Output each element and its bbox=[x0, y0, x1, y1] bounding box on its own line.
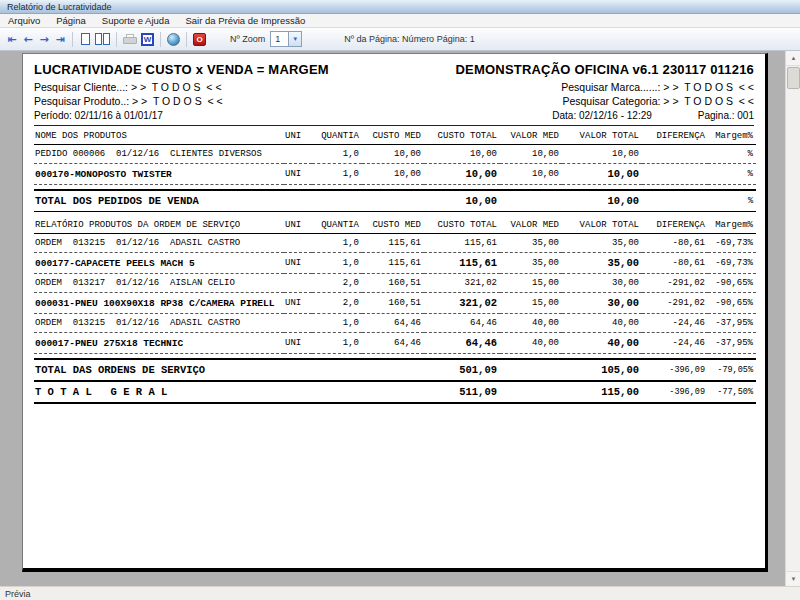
cell-uni: UNI bbox=[284, 293, 312, 314]
scroll-down-icon[interactable]: ▼ bbox=[786, 571, 800, 586]
column-header: VALOR MED bbox=[500, 128, 562, 145]
total-row: TOTAL DOS PEDIDOS DE VENDA10,0010,00% bbox=[34, 190, 756, 212]
toolbar: ⇤ ← → ⇥ W O Nº Zoom 1 ▼ Nº da Página: Nú… bbox=[0, 28, 800, 51]
cell-diferenca: -80,61 bbox=[642, 253, 708, 274]
column-header: VALOR TOTAL bbox=[562, 217, 642, 234]
menu-item-suporte[interactable]: Suporte e Ajuda bbox=[102, 15, 170, 26]
cell-custo-med: 115,61 bbox=[362, 234, 424, 253]
cell-valor-total: 35,00 bbox=[562, 234, 642, 253]
table-header-row: RELATÓRIO PRODUTOS DA ORDEM DE SERVIÇOUN… bbox=[34, 217, 756, 234]
menu-item-pagina[interactable]: Página bbox=[56, 15, 86, 26]
cell-valor-total: 30,00 bbox=[562, 293, 642, 314]
cell-valor-med: 40,00 bbox=[500, 314, 562, 333]
cell-diferenca bbox=[642, 164, 708, 185]
cell-diferenca bbox=[642, 145, 708, 164]
table-row: PEDIDO 000006 01/12/16 CLIENTES DIVERSOS… bbox=[34, 145, 756, 164]
cell-valor-total: 30,00 bbox=[562, 274, 642, 293]
two-page-view-button[interactable] bbox=[93, 30, 112, 49]
table-row: ORDEM 013215 01/12/16 ADASIL CASTRO1,064… bbox=[34, 314, 756, 333]
two-page-icon bbox=[95, 33, 102, 45]
last-page-button[interactable]: ⇥ bbox=[52, 30, 68, 49]
cell-quantia: 2,0 bbox=[312, 274, 362, 293]
single-page-icon bbox=[81, 33, 90, 45]
cell-custo-total: 10,00 bbox=[424, 164, 500, 185]
total-label: TOTAL DAS ORDENS DE SERVIÇO bbox=[34, 359, 424, 381]
table-row: 000017-PNEU 275X18 TECHNICUNI1,064,4664,… bbox=[34, 333, 756, 354]
report-table: NOME DOS PRODUTOSUNIQUANTIACUSTO MEDCUST… bbox=[34, 128, 756, 404]
export-word-button[interactable]: W bbox=[139, 30, 156, 49]
cell-uni bbox=[284, 274, 312, 293]
total-margem: -79,05% bbox=[708, 359, 756, 381]
cell-custo-med: 115,61 bbox=[362, 253, 424, 274]
menu-item-arquivo[interactable]: Arquivo bbox=[8, 15, 40, 26]
cell-diferenca: -291,02 bbox=[642, 274, 708, 293]
app-window: Relatório de Lucratividade Arquivo Págin… bbox=[0, 0, 800, 600]
cell-quantia: 1,0 bbox=[312, 314, 362, 333]
cell-uni bbox=[284, 234, 312, 253]
column-header: UNI bbox=[284, 128, 312, 145]
cell-diferenca: -24,46 bbox=[642, 314, 708, 333]
total-empty bbox=[500, 190, 562, 212]
column-header: DIFERENÇA bbox=[642, 128, 708, 145]
total-diferenca bbox=[642, 190, 708, 212]
cell-custo-med: 64,46 bbox=[362, 333, 424, 354]
globe-icon bbox=[167, 33, 180, 46]
next-page-icon: → bbox=[39, 34, 48, 45]
column-header: Margem% bbox=[708, 217, 756, 234]
cell-margem: -69,73% bbox=[708, 253, 756, 274]
total-margem: % bbox=[708, 190, 756, 212]
cell-name: 000170-MONOPOSTO TWISTER bbox=[34, 164, 284, 185]
zoom-dropdown[interactable]: 1 ▼ bbox=[270, 31, 302, 47]
cell-custo-med: 10,00 bbox=[362, 164, 424, 185]
first-page-button[interactable]: ⇤ bbox=[4, 30, 20, 49]
cell-uni bbox=[284, 314, 312, 333]
menu-item-sair-previa[interactable]: Sair da Prévia de Impressão bbox=[185, 15, 305, 26]
total-empty bbox=[500, 359, 562, 381]
filter-categoria: Pesquisar Categoria: > > T O D O S < < bbox=[562, 94, 754, 108]
cell-valor-med: 35,00 bbox=[500, 234, 562, 253]
column-header: CUSTO MED bbox=[362, 128, 424, 145]
status-label: Prévia bbox=[5, 589, 31, 599]
column-header: DIFERENÇA bbox=[642, 217, 708, 234]
prev-page-button[interactable]: ← bbox=[20, 30, 36, 49]
single-page-view-button[interactable] bbox=[77, 30, 93, 49]
cell-uni: UNI bbox=[284, 253, 312, 274]
cell-name: PEDIDO 000006 01/12/16 CLIENTES DIVERSOS bbox=[34, 145, 284, 164]
preview-canvas: LUCRATIVIDADE CUSTO x VENDA = MARGEM DEM… bbox=[0, 51, 800, 586]
last-page-icon: ⇥ bbox=[55, 34, 64, 45]
web-button[interactable] bbox=[165, 30, 182, 49]
cell-margem: % bbox=[708, 145, 756, 164]
total-valor: 115,00 bbox=[562, 381, 642, 403]
toolbar-separator bbox=[186, 32, 187, 47]
exit-button[interactable]: O bbox=[191, 30, 208, 49]
column-header-name: NOME DOS PRODUTOS bbox=[34, 128, 284, 145]
cell-valor-total: 10,00 bbox=[562, 164, 642, 185]
column-header: CUSTO TOTAL bbox=[424, 217, 500, 234]
column-header: CUSTO MED bbox=[362, 217, 424, 234]
report-date: Data: 02/12/16 - 12:29 bbox=[552, 110, 652, 121]
window-title: Relatório de Lucratividade bbox=[7, 2, 112, 12]
filter-cliente: Pesquisar Cliente...: > > T O D O S < < bbox=[34, 80, 222, 94]
total-valor: 105,00 bbox=[562, 359, 642, 381]
vertical-scrollbar[interactable]: ▲ ▼ bbox=[785, 51, 800, 586]
cell-custo-total: 321,02 bbox=[424, 274, 500, 293]
scrollbar-thumb[interactable] bbox=[787, 67, 800, 89]
cell-valor-med: 15,00 bbox=[500, 274, 562, 293]
next-page-button[interactable]: → bbox=[36, 30, 52, 49]
first-page-icon: ⇤ bbox=[7, 34, 16, 45]
column-header: VALOR TOTAL bbox=[562, 128, 642, 145]
cell-valor-med: 10,00 bbox=[500, 164, 562, 185]
report-header: LUCRATIVIDADE CUSTO x VENDA = MARGEM DEM… bbox=[34, 62, 754, 126]
cell-margem: -37,95% bbox=[708, 333, 756, 354]
cell-valor-total: 10,00 bbox=[562, 145, 642, 164]
print-button[interactable] bbox=[121, 30, 139, 49]
title-bar: Relatório de Lucratividade bbox=[0, 0, 800, 14]
cell-valor-total: 35,00 bbox=[562, 253, 642, 274]
total-custo: 511,09 bbox=[424, 381, 500, 403]
table-header-row: NOME DOS PRODUTOSUNIQUANTIACUSTO MEDCUST… bbox=[34, 128, 756, 145]
cell-custo-total: 115,61 bbox=[424, 234, 500, 253]
chevron-down-icon[interactable]: ▼ bbox=[288, 32, 301, 46]
cell-quantia: 1,0 bbox=[312, 333, 362, 354]
word-icon: W bbox=[141, 33, 154, 46]
scroll-up-icon[interactable]: ▲ bbox=[786, 51, 800, 66]
